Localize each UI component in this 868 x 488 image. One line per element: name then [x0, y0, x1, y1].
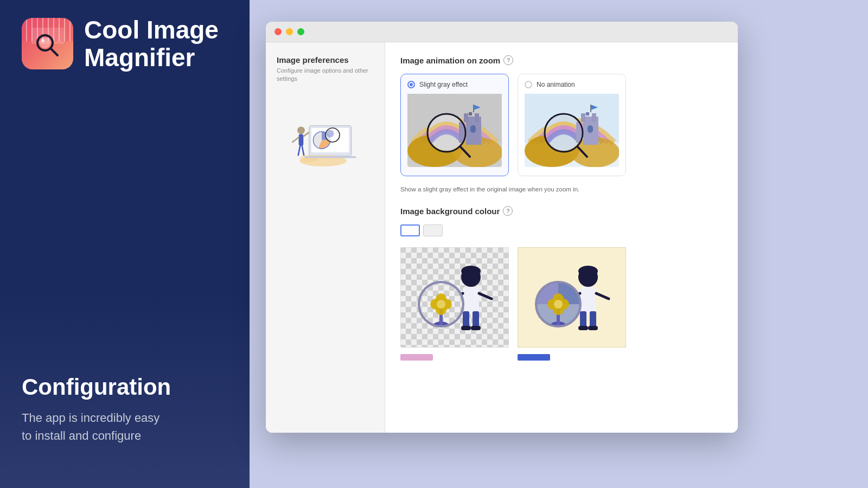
window-body: Image preferences Configure image option… [266, 42, 738, 433]
window-right-panel: Image animation on zoom ? Slight gray ef… [385, 42, 738, 433]
sidebar: Cool Image Magnifier Configuration The a… [0, 0, 250, 488]
window-titlebar [266, 22, 738, 42]
panel-illustration [282, 100, 369, 170]
svg-rect-43 [586, 112, 589, 115]
svg-rect-88 [590, 311, 596, 328]
svg-rect-61 [463, 287, 479, 314]
svg-line-15 [302, 146, 303, 155]
config-desc: The app is incredibly easyto install and… [22, 409, 228, 445]
animation-description: Show a slight gray effect in the origina… [400, 185, 723, 194]
svg-rect-84 [580, 287, 596, 314]
svg-point-4 [41, 39, 44, 42]
svg-line-3 [50, 48, 58, 55]
svg-point-78 [437, 300, 445, 309]
castle-preview-normal [525, 94, 619, 167]
svg-line-13 [303, 132, 309, 136]
svg-rect-18 [304, 156, 356, 158]
magnifier-icon [31, 28, 64, 60]
option2-label: No animation [525, 81, 619, 88]
svg-rect-64 [463, 311, 469, 328]
yellow-color-indicator[interactable] [518, 354, 550, 361]
minimize-button[interactable] [286, 28, 293, 35]
svg-line-14 [298, 146, 299, 155]
option1-radio[interactable] [407, 81, 415, 88]
bg-transparent-preview [400, 247, 509, 348]
svg-rect-90 [588, 326, 598, 330]
header-area: Cool Image Magnifier [0, 0, 250, 87]
app-window: Image preferences Configure image option… [266, 22, 738, 433]
svg-rect-25 [475, 113, 479, 122]
animation-options: Slight gray effect [400, 74, 723, 176]
background-help-icon[interactable]: ? [503, 206, 513, 216]
svg-rect-67 [471, 326, 481, 330]
panel-title: Image preferences [277, 55, 374, 65]
svg-line-12 [292, 137, 298, 142]
svg-rect-41 [581, 113, 585, 122]
animation-option-none[interactable]: No animation [518, 74, 626, 176]
config-title: Configuration [22, 374, 228, 400]
color-swatches [400, 224, 723, 236]
svg-rect-26 [469, 112, 472, 115]
svg-point-10 [297, 126, 305, 134]
option2-radio[interactable] [525, 81, 532, 88]
svg-rect-42 [592, 113, 596, 122]
maximize-button[interactable] [297, 28, 304, 35]
castle-preview-gray [407, 94, 502, 167]
svg-rect-66 [461, 326, 471, 330]
main-area: Image preferences Configure image option… [250, 0, 868, 488]
background-section-title: Image background colour ? [400, 206, 723, 216]
bg-yellow-preview [518, 247, 626, 348]
svg-rect-24 [464, 113, 468, 122]
svg-point-100 [554, 300, 563, 309]
svg-point-60 [461, 266, 481, 277]
animation-section-title: Image animation on zoom ? [400, 55, 723, 65]
close-button[interactable] [275, 28, 282, 35]
svg-rect-46 [588, 125, 593, 133]
animation-option-gray[interactable]: Slight gray effect [400, 74, 509, 176]
svg-rect-89 [578, 326, 588, 330]
svg-point-83 [578, 266, 598, 277]
svg-rect-11 [298, 134, 303, 146]
swatch-light[interactable] [423, 224, 443, 236]
svg-point-2 [40, 37, 50, 48]
bg-yellow-option[interactable] [518, 247, 626, 361]
svg-rect-87 [580, 311, 586, 328]
panel-subtitle: Configure image options and other settin… [277, 67, 374, 84]
option1-label: Slight gray effect [407, 81, 502, 88]
bottom-text-area: Configuration The app is incredibly easy… [22, 374, 228, 445]
app-title: Cool Image Magnifier [84, 16, 228, 71]
window-left-panel: Image preferences Configure image option… [266, 42, 385, 433]
svg-point-17 [299, 155, 318, 162]
animation-help-icon[interactable]: ? [503, 55, 513, 65]
transparent-color-indicator[interactable] [400, 354, 433, 361]
color-options [400, 247, 723, 361]
app-icon [22, 18, 73, 69]
bg-transparent-option[interactable] [400, 247, 509, 361]
svg-point-9 [326, 130, 334, 137]
swatch-white[interactable] [400, 224, 420, 236]
svg-rect-29 [470, 125, 476, 133]
svg-rect-65 [473, 311, 479, 328]
